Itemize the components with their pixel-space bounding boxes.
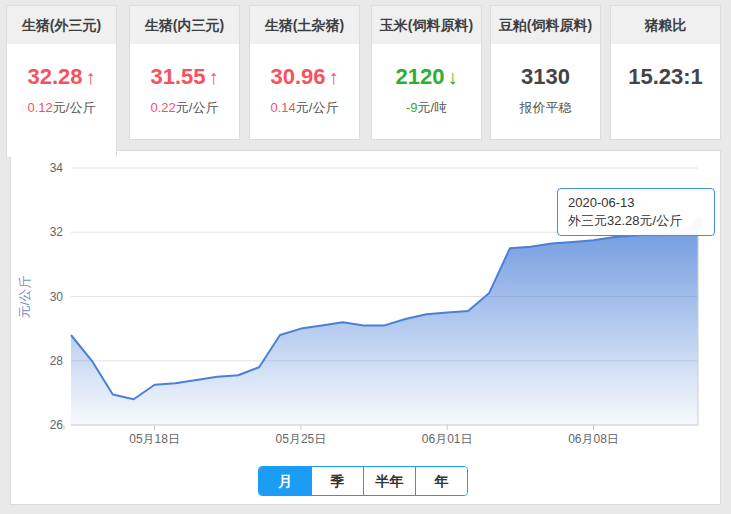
card-title: 生猪(土杂猪) bbox=[250, 6, 359, 44]
card-value: 31.55↑ bbox=[130, 64, 239, 90]
price-card-soymeal[interactable]: 豆粕(饲料原料) 3130 报价平稳 bbox=[490, 5, 601, 140]
card-value: 32.28↑ bbox=[7, 64, 116, 90]
price-card-neisanyuan[interactable]: 生猪(内三元) 31.55↑ 0.22元/公斤 bbox=[129, 5, 240, 140]
chart-tooltip: 2020-06-13 外三元32.28元/公斤 bbox=[557, 188, 715, 236]
x-tick-label: 05月18日 bbox=[129, 432, 180, 446]
y-tick-label: 30 bbox=[50, 290, 64, 304]
chart-panel: 2628303234元/公斤05月18日05月25日06月01日06月08日 2… bbox=[10, 150, 721, 505]
card-title: 猪粮比 bbox=[611, 6, 720, 44]
tab-half-year[interactable]: 半年 bbox=[363, 467, 415, 495]
price-card-hog-grain-ratio[interactable]: 猪粮比 15.23:1 bbox=[610, 5, 721, 140]
card-value: 30.96↑ bbox=[250, 64, 359, 90]
price-card-tuzazhu[interactable]: 生猪(土杂猪) 30.96↑ 0.14元/公斤 bbox=[249, 5, 360, 140]
up-arrow-icon: ↑ bbox=[86, 66, 96, 88]
card-change: 0.12元/公斤 bbox=[7, 99, 116, 117]
price-card-waisanyuan[interactable]: 生猪(外三元) 32.28↑ 0.12元/公斤 bbox=[6, 5, 117, 157]
y-tick-label: 34 bbox=[50, 161, 64, 175]
tab-quarter[interactable]: 季 bbox=[311, 467, 363, 495]
x-tick-label: 05月25日 bbox=[276, 432, 327, 446]
down-arrow-icon: ↓ bbox=[447, 66, 457, 88]
card-change: -9元/吨 bbox=[372, 99, 481, 117]
card-title: 生猪(内三元) bbox=[130, 6, 239, 44]
y-tick-label: 28 bbox=[50, 354, 64, 368]
tab-year[interactable]: 年 bbox=[415, 467, 467, 495]
area-series bbox=[71, 223, 698, 425]
card-change: 0.22元/公斤 bbox=[130, 99, 239, 117]
y-tick-label: 26 bbox=[50, 418, 64, 432]
card-status: 报价平稳 bbox=[491, 99, 600, 117]
card-title: 生猪(外三元) bbox=[7, 6, 116, 44]
price-dashboard: 生猪(外三元) 32.28↑ 0.12元/公斤 生猪(内三元) 31.55↑ 0… bbox=[0, 0, 731, 514]
price-card-corn[interactable]: 玉米(饲料原料) 2120↓ -9元/吨 bbox=[371, 5, 482, 140]
card-value: 15.23:1 bbox=[611, 64, 720, 90]
up-arrow-icon: ↑ bbox=[329, 66, 339, 88]
tooltip-value: 外三元32.28元/公斤 bbox=[568, 212, 704, 230]
x-tick-label: 06月01日 bbox=[422, 432, 473, 446]
x-tick-label: 06月08日 bbox=[568, 432, 619, 446]
up-arrow-icon: ↑ bbox=[209, 66, 219, 88]
card-title: 豆粕(饲料原料) bbox=[491, 6, 600, 44]
card-value: 2120↓ bbox=[372, 64, 481, 90]
y-tick-label: 32 bbox=[50, 225, 64, 239]
card-value: 3130 bbox=[491, 64, 600, 90]
y-axis-title: 元/公斤 bbox=[17, 276, 32, 319]
card-change: 0.14元/公斤 bbox=[250, 99, 359, 117]
period-tab-group: 月 季 半年 年 bbox=[258, 466, 468, 496]
tooltip-date: 2020-06-13 bbox=[568, 194, 704, 212]
tab-month[interactable]: 月 bbox=[259, 467, 311, 495]
card-title: 玉米(饲料原料) bbox=[372, 6, 481, 44]
